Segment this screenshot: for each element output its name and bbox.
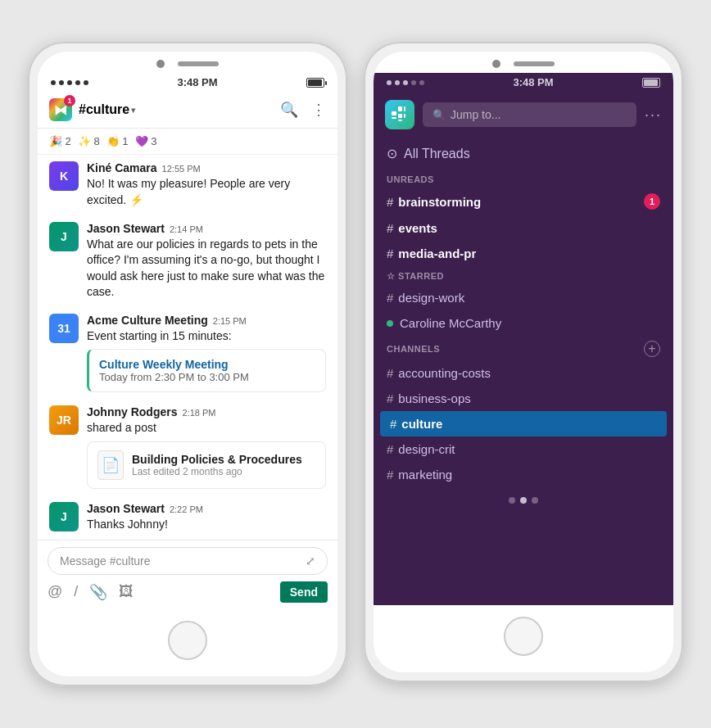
- channel-item-design-work[interactable]: # design-work: [374, 285, 673, 310]
- at-icon[interactable]: @: [48, 583, 62, 601]
- svg-rect-2: [398, 106, 402, 111]
- starred-section-label: ☆ STARRED: [374, 266, 673, 285]
- sender-name-jason1: Jason Stewart: [87, 222, 165, 235]
- reaction-party[interactable]: 🎉 2: [49, 135, 71, 147]
- phone-top-bar: [38, 52, 337, 73]
- channel-item-business-ops[interactable]: # business-ops: [374, 386, 673, 411]
- channels-section-header: CHANNELS +: [374, 336, 673, 360]
- calendar-event[interactable]: Culture Weekly Meeting Today from 2:30 P…: [87, 349, 326, 392]
- channel-item-design-crit[interactable]: # design-crit: [374, 436, 673, 462]
- message-jason2: J Jason Stewart 2:22 PM Thanks Johnny!: [38, 495, 337, 540]
- emoji-reactions: 🎉 2 ✨ 8 👏 1 💜 3: [38, 129, 337, 155]
- sidebar-header: 🔍 Jump to... ···: [374, 92, 673, 138]
- speaker: [178, 61, 219, 66]
- svg-rect-4: [398, 114, 402, 118]
- workspace-icon[interactable]: [385, 100, 414, 129]
- msg-text-jason1: What are our policies in regards to pets…: [87, 237, 326, 301]
- phone2-top-bar: [374, 52, 673, 73]
- reaction-heart[interactable]: 💜 3: [135, 135, 157, 147]
- shared-post-title: Building Policies & Procedures: [132, 453, 302, 466]
- channel-item-media-and-pr[interactable]: # media-and-pr: [374, 241, 673, 266]
- sidebar-battery: [642, 78, 660, 88]
- msg-text-kine: No! It was my pleasure! People are very …: [87, 176, 326, 208]
- msg-time-johnny: 2:18 PM: [182, 408, 215, 418]
- home-button[interactable]: [168, 621, 207, 660]
- home-button-2[interactable]: [504, 617, 543, 656]
- add-channel-button[interactable]: +: [644, 341, 660, 357]
- channel-item-events[interactable]: # events: [374, 215, 673, 241]
- hash-icon-media: #: [387, 246, 393, 260]
- avatar-johnny: JR: [49, 405, 79, 435]
- slack-logo[interactable]: ⧓ 1: [49, 98, 72, 121]
- front-camera-2: [492, 60, 500, 68]
- unreads-section-label: UNREADS: [374, 170, 673, 188]
- dm-name-caroline: Caroline McCarthy: [400, 316, 501, 330]
- svg-rect-1: [392, 117, 396, 119]
- reaction-sparkle[interactable]: ✨ 8: [78, 135, 100, 147]
- shared-post[interactable]: 📄 Building Policies & Procedures Last ed…: [87, 441, 326, 489]
- status-time: 3:48 PM: [177, 76, 217, 88]
- event-time: Today from 2:30 PM to 3:00 PM: [99, 371, 315, 383]
- channels-section-label: CHANNELS: [387, 344, 440, 354]
- header-icons: 🔍 ⋮: [280, 101, 326, 119]
- slack-badge: 1: [64, 95, 75, 106]
- send-button[interactable]: Send: [280, 581, 328, 603]
- status-bar: 3:48 PM: [38, 73, 337, 92]
- dot-2: [520, 497, 527, 504]
- attachment-icon[interactable]: 📎: [89, 583, 107, 601]
- pagination-dots: [374, 487, 673, 513]
- image-icon[interactable]: 🖼: [119, 583, 134, 601]
- channel-name-business-ops: business-ops: [398, 391, 470, 405]
- header-left: ⧓ 1 #culture ▾: [49, 98, 135, 121]
- sender-name-kine: Kiné Camara: [87, 161, 157, 174]
- channel-name-media-and-pr: media-and-pr: [398, 246, 476, 260]
- message-jason1: J Jason Stewart 2:14 PM What are our pol…: [38, 215, 337, 307]
- channel-item-accounting-costs[interactable]: # accounting-costs: [374, 360, 673, 386]
- dm-item-caroline[interactable]: Caroline McCarthy: [374, 310, 673, 336]
- message-input-box[interactable]: Message #culture ⤢: [48, 547, 328, 575]
- unread-badge-brainstorming: 1: [644, 193, 660, 210]
- channel-item-culture[interactable]: # culture: [380, 411, 667, 436]
- more-dots-icon[interactable]: ···: [645, 106, 662, 124]
- input-placeholder: Message #culture: [60, 554, 151, 567]
- reaction-clap[interactable]: 👏 1: [106, 135, 129, 147]
- svg-rect-5: [398, 120, 402, 121]
- channel-name-brainstorming: brainstorming: [398, 195, 481, 209]
- chat-screen: 3:48 PM ⧓ 1 #cult: [38, 73, 337, 608]
- message-body-jason1: Jason Stewart 2:14 PM What are our polic…: [87, 222, 326, 301]
- search-box[interactable]: 🔍 Jump to...: [423, 102, 636, 127]
- hash-icon-accounting: #: [387, 366, 393, 380]
- channel-item-marketing[interactable]: # marketing: [374, 462, 673, 487]
- message-input-area: Message #culture ⤢ @ / 📎 🖼 Send: [38, 540, 337, 609]
- search-icon-sidebar: 🔍: [432, 109, 446, 121]
- dot-1: [509, 497, 515, 504]
- sender-name-jason2: Jason Stewart: [87, 502, 165, 515]
- sidebar-status-icons: [642, 78, 660, 88]
- avatar-acme: 31: [49, 314, 79, 343]
- message-body-kine: Kiné Camara 12:55 PM No! It was my pleas…: [87, 161, 326, 208]
- online-indicator: [387, 320, 393, 327]
- channel-title[interactable]: #culture ▾: [79, 102, 135, 117]
- signal-dots: [51, 80, 88, 85]
- svg-rect-3: [404, 106, 405, 111]
- hash-icon: #: [387, 195, 393, 209]
- hash-icon-design-work: #: [387, 291, 393, 305]
- chat-phone: 3:48 PM ⧓ 1 #cult: [28, 42, 347, 685]
- more-icon[interactable]: ⋮: [311, 101, 326, 119]
- msg-time-jason1: 2:14 PM: [170, 224, 203, 234]
- threads-icon: ⊙: [387, 146, 397, 161]
- svg-rect-6: [404, 114, 405, 118]
- expand-icon[interactable]: ⤢: [306, 554, 315, 567]
- hash-icon-culture: #: [390, 417, 396, 431]
- slash-icon[interactable]: /: [74, 583, 78, 601]
- msg-time-jason2: 2:22 PM: [170, 504, 203, 514]
- msg-header-johnny: Johnny Rodgers 2:18 PM: [87, 405, 326, 418]
- messages-area: K Kiné Camara 12:55 PM No! It was my ple…: [38, 155, 337, 539]
- dot-3: [532, 497, 538, 504]
- msg-header-jason2: Jason Stewart 2:22 PM: [87, 502, 326, 515]
- search-icon[interactable]: 🔍: [280, 101, 298, 119]
- channel-item-brainstorming[interactable]: # brainstorming 1: [374, 188, 673, 215]
- shared-post-subtitle: Last edited 2 months ago: [132, 466, 302, 477]
- chevron-down-icon: ▾: [131, 106, 135, 115]
- all-threads-item[interactable]: ⊙ All Threads: [374, 138, 673, 170]
